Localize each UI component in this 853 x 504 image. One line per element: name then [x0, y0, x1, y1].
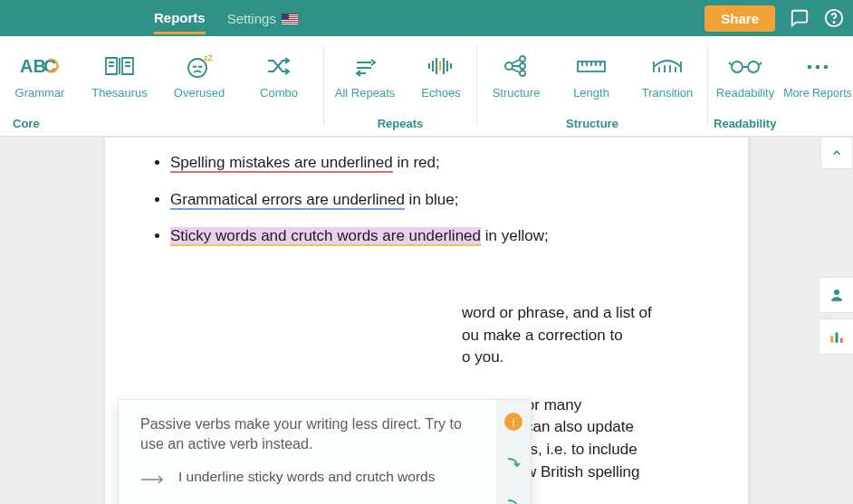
svg-point-22	[824, 64, 829, 69]
book-icon	[103, 53, 136, 79]
svg-rect-7	[432, 61, 434, 71]
ribbon-readability-label: Readability	[716, 86, 774, 100]
ribbon-items-core: ABC Grammar Thesaurus zZ Overused Combo	[0, 36, 323, 117]
svg-point-18	[732, 62, 743, 72]
glasses-icon	[727, 53, 763, 79]
tab-settings[interactable]: Settings	[227, 3, 298, 34]
suggestion-2[interactable]: I underlined sticky words and crutch wor…	[140, 496, 487, 504]
ribbon-combo-label: Combo	[260, 86, 298, 100]
text-frag: o you.	[462, 348, 503, 366]
ribbon-thesaurus[interactable]: Thesaurus	[80, 53, 159, 100]
top-actions: Share	[704, 5, 844, 32]
ribbon-grammar[interactable]: ABC Grammar	[0, 53, 80, 100]
ribbon-items-readability: Readability More Reports	[708, 36, 853, 117]
apply-icon[interactable]	[505, 456, 522, 472]
suggestion-1[interactable]: I underline sticky words and crutch word…	[140, 461, 487, 496]
svg-point-14	[520, 56, 525, 62]
svg-point-19	[748, 62, 759, 72]
side-rail	[819, 277, 853, 355]
ribbon: ABC Grammar Thesaurus zZ Overused Combo …	[0, 36, 853, 137]
svg-rect-25	[836, 333, 839, 343]
arrow-right-icon	[140, 471, 166, 489]
rail-stats-button[interactable]	[819, 319, 853, 355]
ribbon-group-core: ABC Grammar Thesaurus zZ Overused Combo …	[0, 36, 323, 136]
bullet-1: Spelling mistakes are underlined in red;	[170, 152, 708, 175]
bullet-3-rest: in yellow;	[481, 227, 549, 244]
svg-text:AB: AB	[20, 56, 46, 76]
tab-settings-label: Settings	[227, 11, 276, 26]
text-frag: word or phrase, and a list of	[462, 304, 652, 321]
info-icon[interactable]: i	[504, 413, 522, 431]
text-frag: ou make a correction to	[462, 327, 623, 344]
ribbon-group-structure: Structure Length Transition Structure	[477, 36, 707, 136]
more-icon	[805, 54, 830, 80]
collapse-ribbon-button[interactable]	[820, 137, 853, 169]
share-button[interactable]: Share	[704, 5, 775, 32]
svg-rect-12	[450, 63, 452, 69]
ribbon-items-structure: Structure Length Transition	[477, 36, 707, 117]
svg-rect-11	[446, 61, 448, 71]
ribbon-grammar-label: Grammar	[15, 86, 65, 100]
svg-rect-26	[840, 338, 843, 343]
svg-rect-8	[436, 58, 437, 74]
bullet-2-rest: in blue;	[405, 191, 459, 208]
help-icon[interactable]	[824, 8, 844, 28]
ribbon-transition[interactable]: Transition	[628, 53, 707, 100]
editor-area: Spelling mistakes are underlined in red;…	[0, 137, 853, 504]
feedback-icon[interactable]	[790, 8, 810, 28]
suggestion-1-text: I underline sticky words and crutch word…	[178, 468, 435, 486]
repeat-icon	[351, 53, 379, 79]
ribbon-all-repeats-label: All Repeats	[335, 86, 395, 100]
tab-reports[interactable]: Reports	[154, 3, 206, 34]
ribbon-more-reports-label: More Reports	[783, 87, 852, 100]
ribbon-combo[interactable]: Combo	[239, 53, 319, 100]
bridge-icon	[651, 53, 684, 79]
svg-point-1	[833, 22, 834, 23]
popup-main: Passive verbs make your writing less dir…	[119, 400, 496, 504]
bullet-1-underline[interactable]: Spelling mistakes are underlined	[170, 154, 393, 173]
svg-point-21	[816, 64, 820, 69]
popup-sidebar: i	[496, 400, 531, 504]
svg-rect-6	[428, 63, 430, 69]
ribbon-transition-label: Transition	[642, 86, 694, 100]
bullet-1-rest: in red;	[393, 154, 440, 171]
group-label-readability: Readability	[708, 117, 853, 136]
ribbon-length-label: Length	[573, 86, 609, 100]
ribbon-length[interactable]: Length	[555, 53, 628, 100]
top-tabs: Reports Settings	[154, 3, 298, 34]
bullet-2-underline[interactable]: Grammatical errors are underlined	[170, 191, 405, 210]
rail-profile-button[interactable]	[819, 277, 853, 313]
svg-text:zZ: zZ	[204, 53, 213, 62]
svg-point-13	[505, 62, 513, 70]
tab-reports-label: Reports	[154, 10, 206, 25]
svg-rect-24	[830, 336, 833, 343]
ribbon-structure[interactable]: Structure	[477, 53, 555, 100]
svg-rect-9	[439, 62, 441, 71]
group-label-repeats: Repeats	[324, 117, 476, 136]
bullet-3-underline[interactable]: Sticky words and crutch words are underl…	[170, 227, 481, 246]
ribbon-structure-label: Structure	[493, 86, 541, 100]
ribbon-readability[interactable]: Readability	[708, 53, 782, 100]
top-bar: Reports Settings Share	[0, 0, 853, 36]
echoes-icon	[426, 53, 456, 79]
ribbon-echoes-label: Echoes	[421, 86, 460, 100]
grammar-icon: ABC	[20, 53, 60, 79]
sleepy-face-icon: zZ	[186, 53, 213, 79]
ribbon-more-reports[interactable]: More Reports	[782, 54, 853, 100]
apply-icon[interactable]	[505, 498, 522, 504]
ribbon-all-repeats[interactable]: All Repeats	[324, 53, 406, 100]
ruler-icon	[576, 53, 607, 79]
us-flag-icon	[282, 14, 298, 24]
para-1: word or phrase, and a list of ou make a …	[145, 302, 708, 369]
bullet-3: Sticky words and crutch words are underl…	[170, 225, 708, 248]
ribbon-overused-label: Overused	[174, 86, 225, 100]
ribbon-overused[interactable]: zZ Overused	[159, 53, 239, 100]
svg-point-16	[520, 71, 525, 76]
ribbon-group-repeats: All Repeats Echoes Repeats	[324, 36, 476, 136]
popup-message: Passive verbs make your writing less dir…	[140, 414, 487, 453]
ribbon-echoes[interactable]: Echoes	[406, 53, 476, 100]
bullet-2: Grammatical errors are underlined in blu…	[170, 189, 708, 212]
group-label-structure: Structure	[477, 117, 707, 136]
svg-point-20	[808, 64, 812, 69]
svg-point-23	[834, 290, 839, 295]
